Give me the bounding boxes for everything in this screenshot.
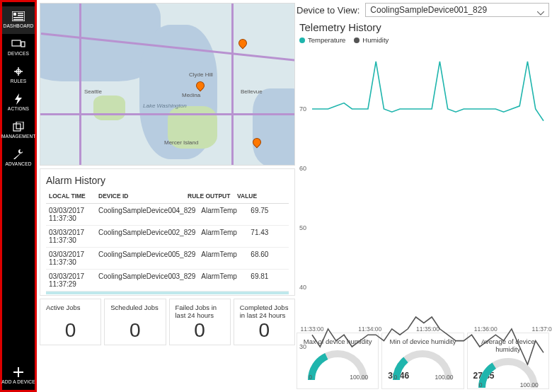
telemetry-legend: TemperatureHumidity <box>299 35 546 47</box>
jobs-icon <box>11 121 25 132</box>
col-local-time[interactable]: LOCAL TIME <box>46 189 96 204</box>
sidebar-item-devices[interactable]: DEVICES <box>2 34 35 62</box>
job-label: Scheduled Jobs <box>110 304 159 319</box>
job-label: Completed Jobs in last 24 hours <box>240 304 289 319</box>
job-tile[interactable]: Scheduled Jobs0 <box>104 299 166 345</box>
job-value: 0 <box>46 319 95 342</box>
map-label: Bellevue <box>241 88 263 95</box>
job-label: Failed Jobs in last 24 hours <box>176 304 224 319</box>
svg-rect-4 <box>13 17 23 18</box>
map-card[interactable]: Seattle Bellevue Clyde Hill Medina Lake … <box>40 3 295 166</box>
table-row[interactable]: 03/03/2017 11:37:30CoolingSampleDevice00… <box>46 248 289 270</box>
sidebar-label: RULES <box>11 79 27 83</box>
svg-rect-3 <box>18 15 23 16</box>
devices-icon <box>11 38 25 50</box>
svg-rect-9 <box>13 124 21 131</box>
gauge-value: 31.84 <box>539 379 552 388</box>
gauge-min: 0 <box>479 381 483 388</box>
telemetry-chart[interactable]: 304050607011:33:0011:34:0011:35:0011:36:… <box>299 47 546 331</box>
sidebar-label: DEVICES <box>8 51 29 56</box>
alarm-table-header: LOCAL TIME DEVICE ID RULE OUTPUT VALUE <box>46 189 289 204</box>
sidebar-item-dashboard[interactable]: DASHBOARD <box>2 6 35 34</box>
map-label: Seattle <box>84 88 102 95</box>
svg-rect-1 <box>13 13 16 16</box>
left-column: Seattle Bellevue Clyde Hill Medina Lake … <box>37 0 295 392</box>
map-label: Clyde Hill <box>189 71 213 78</box>
map-label: Medina <box>182 92 200 98</box>
device-to-view-label: Device to View: <box>297 5 360 16</box>
alarm-history-title: Alarm History <box>46 175 289 186</box>
gauge: 0 36.46 100.00 <box>307 350 368 382</box>
map-pin[interactable] <box>237 38 249 50</box>
gauge: 0 31.84 100.00 <box>478 357 539 390</box>
svg-rect-6 <box>12 40 21 46</box>
sidebar-item-add-device[interactable]: ADD A DEVICE <box>2 362 35 390</box>
plus-icon <box>11 367 25 378</box>
sidebar-label: ACTIONS <box>8 106 29 111</box>
map-label: Mercer Island <box>164 139 198 146</box>
table-row[interactable]: 03/03/2017 11:37:30CoolingSampleDevice00… <box>46 226 289 248</box>
right-column: Device to View: CoolingSampleDevice001_8… <box>295 0 552 392</box>
table-row[interactable]: 03/03/2017 11:37:30CoolingSampleDevice00… <box>46 204 289 226</box>
legend-item: Humidity <box>354 36 389 44</box>
job-tile[interactable]: Failed Jobs in last 24 hours0 <box>169 299 231 345</box>
job-tiles-row: Active Jobs0Scheduled Jobs0Failed Jobs i… <box>40 299 295 345</box>
wrench-icon <box>11 149 25 160</box>
gauge-max: 100.00 <box>350 374 368 381</box>
job-value: 0 <box>240 319 289 342</box>
gauge-max: 100.00 <box>520 381 539 388</box>
sidebar-item-management-jobs[interactable]: MANAGEMENT JOBS <box>2 117 35 144</box>
gauge-min: 0 <box>309 374 312 381</box>
table-row[interactable]: 03/03/2017 11:37:29CoolingSampleDevice00… <box>46 270 289 292</box>
svg-rect-7 <box>21 42 25 47</box>
chevron-down-icon <box>537 8 544 18</box>
svg-rect-10 <box>16 122 23 129</box>
alarm-rows-scroll[interactable]: 03/03/2017 11:37:30CoolingSampleDevice00… <box>46 204 289 295</box>
legend-item: Temperature <box>299 36 345 44</box>
job-tile[interactable]: Completed Jobs in last 24 hours0 <box>234 299 295 345</box>
telemetry-title: Telemetry History <box>299 20 546 35</box>
sidebar-label: DASHBOARD <box>4 23 34 28</box>
sidebar-item-actions[interactable]: ACTIONS <box>2 89 35 117</box>
alarm-row-highlight <box>46 292 289 294</box>
svg-rect-2 <box>18 13 23 14</box>
gauge: 0 27.85 100.00 <box>392 350 453 382</box>
job-value: 0 <box>176 319 224 342</box>
app-root: DASHBOARD DEVICES RULES ACTIONS MANAGEME… <box>0 0 552 392</box>
job-label: Active Jobs <box>46 304 95 319</box>
job-value: 0 <box>110 319 159 342</box>
rules-icon <box>11 66 25 77</box>
map-label: Lake Washington <box>143 103 187 109</box>
device-select[interactable]: CoolingSampleDevice001_829 <box>365 3 549 17</box>
main: Seattle Bellevue Clyde Hill Medina Lake … <box>37 0 552 392</box>
sidebar-item-advanced[interactable]: ADVANCED <box>2 144 35 172</box>
alarm-history-card: Alarm History LOCAL TIME DEVICE ID RULE … <box>40 168 295 296</box>
sidebar-item-rules[interactable]: RULES <box>2 62 35 89</box>
col-value[interactable]: VALUE <box>234 189 289 204</box>
job-tile[interactable]: Active Jobs0 <box>40 299 101 345</box>
sidebar-label: ADD A DEVICE <box>1 379 35 384</box>
dashboard-icon <box>11 11 25 22</box>
col-rule-output[interactable]: RULE OUTPUT <box>185 189 234 204</box>
sidebar: DASHBOARD DEVICES RULES ACTIONS MANAGEME… <box>0 0 37 392</box>
col-device-id[interactable]: DEVICE ID <box>96 189 185 204</box>
sidebar-label: ADVANCED <box>5 161 31 166</box>
device-select-value: CoolingSampleDevice001_829 <box>370 5 487 15</box>
device-selector-row: Device to View: CoolingSampleDevice001_8… <box>297 1 549 18</box>
lightning-icon <box>11 93 25 105</box>
sidebar-label: MANAGEMENT JOBS <box>1 134 35 139</box>
telemetry-card: Telemetry History TemperatureHumidity 30… <box>297 20 549 331</box>
svg-rect-5 <box>13 19 23 21</box>
gauge-max: 100.00 <box>435 374 453 381</box>
gauge-min: 0 <box>393 374 397 381</box>
